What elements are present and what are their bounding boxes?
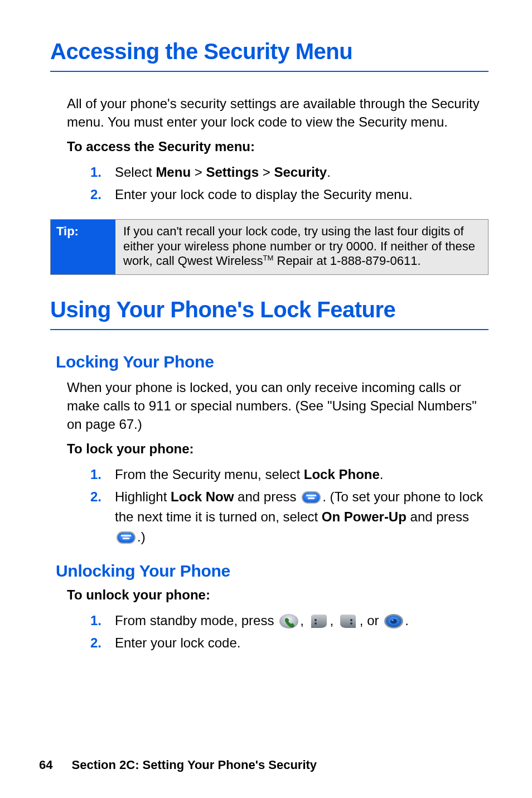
steps-unlock-phone: From standby mode, press , , , or . Ente… bbox=[90, 611, 489, 653]
step-2: Highlight Lock Now and press . (To set y… bbox=[90, 487, 489, 547]
trademark-symbol: TM bbox=[263, 254, 274, 262]
step-1: Select Menu > Settings > Security. bbox=[90, 162, 489, 182]
menu-ok-key-icon bbox=[301, 490, 322, 505]
heading-rule bbox=[50, 71, 489, 72]
text: , bbox=[300, 613, 307, 628]
unlocking-lead: To unlock your phone: bbox=[67, 587, 489, 603]
steps-access-security: Select Menu > Settings > Security. Enter… bbox=[90, 162, 489, 205]
step-1: From standby mode, press , , , or . bbox=[90, 611, 489, 631]
call-key-icon bbox=[278, 613, 299, 629]
text: . bbox=[327, 165, 331, 180]
text: .) bbox=[137, 529, 146, 544]
page-number: 64 bbox=[39, 758, 52, 772]
subheading-locking: Locking Your Phone bbox=[56, 352, 489, 371]
text: and press bbox=[234, 489, 300, 504]
tip-text-post: Repair at 1-888-879-0611. bbox=[273, 254, 420, 268]
left-softkey-icon bbox=[308, 613, 329, 629]
tip-body: If you can't recall your lock code, try … bbox=[115, 220, 488, 274]
settings-label: Settings bbox=[206, 165, 259, 180]
svg-point-11 bbox=[350, 619, 352, 621]
intro-paragraph: All of your phone's security settings ar… bbox=[67, 94, 489, 131]
heading-lock-feature: Using Your Phone's Lock Feature bbox=[50, 297, 489, 322]
text: From the Security menu, select bbox=[115, 467, 304, 482]
svg-point-10 bbox=[315, 622, 317, 625]
text: Select bbox=[115, 165, 156, 180]
right-softkey-icon bbox=[338, 613, 359, 629]
tip-label: Tip: bbox=[51, 220, 115, 274]
subheading-unlocking: Unlocking Your Phone bbox=[56, 562, 489, 581]
svg-rect-7 bbox=[123, 538, 129, 539]
menu-label: Menu bbox=[156, 165, 191, 180]
heading-accessing-security: Accessing the Security Menu bbox=[50, 39, 489, 64]
separator: > bbox=[259, 165, 274, 180]
tip-box: Tip: If you can't recall your lock code,… bbox=[50, 219, 489, 275]
page-footer: 64Section 2C: Setting Your Phone's Secur… bbox=[39, 758, 317, 772]
security-label: Security bbox=[274, 165, 327, 180]
lock-phone-label: Lock Phone bbox=[304, 467, 380, 482]
step-1: From the Security menu, select Lock Phon… bbox=[90, 465, 489, 485]
svg-point-9 bbox=[315, 619, 317, 621]
step-2: Enter your lock code to display the Secu… bbox=[90, 185, 489, 205]
separator: > bbox=[191, 165, 206, 180]
lead-text: To access the Security menu: bbox=[67, 139, 489, 154]
svg-point-12 bbox=[350, 622, 352, 625]
text: . bbox=[380, 467, 384, 482]
svg-point-16 bbox=[391, 620, 394, 621]
steps-lock-phone: From the Security menu, select Lock Phon… bbox=[90, 465, 489, 547]
text: . bbox=[405, 613, 409, 628]
text: and press bbox=[407, 509, 469, 524]
locking-intro: When your phone is locked, you can only … bbox=[67, 378, 489, 433]
svg-rect-6 bbox=[121, 535, 131, 536]
svg-point-15 bbox=[390, 619, 397, 624]
text: , or bbox=[360, 613, 383, 628]
nav-key-icon bbox=[383, 613, 404, 629]
on-power-up-label: On Power-Up bbox=[322, 509, 407, 524]
lock-now-label: Lock Now bbox=[171, 489, 234, 504]
text: From standby mode, press bbox=[115, 613, 278, 628]
footer-section-label: Section 2C: Setting Your Phone's Securit… bbox=[71, 758, 317, 772]
svg-point-8 bbox=[279, 614, 298, 628]
text: Highlight bbox=[115, 489, 171, 504]
svg-rect-3 bbox=[308, 497, 315, 499]
text: , bbox=[330, 613, 337, 628]
locking-lead: To lock your phone: bbox=[67, 441, 489, 457]
heading-rule bbox=[50, 329, 489, 330]
step-2: Enter your lock code. bbox=[90, 633, 489, 653]
svg-rect-2 bbox=[306, 495, 316, 496]
menu-ok-key-icon bbox=[115, 530, 137, 545]
